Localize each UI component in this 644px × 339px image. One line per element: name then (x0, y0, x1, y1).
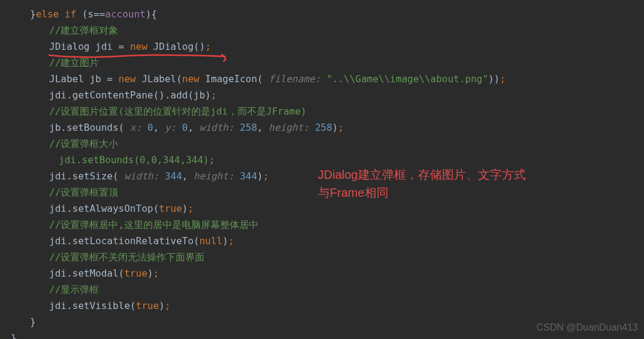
semicolon: ; (338, 122, 344, 133)
boolean: true (159, 203, 182, 214)
code-line: }else if (s==account){ (30, 6, 644, 22)
code-line: //设置弹框大小 (30, 136, 644, 152)
brace: } (30, 316, 36, 328)
code-line: jdi.setVisible(true); (30, 298, 644, 314)
paren-close: ) (148, 268, 154, 279)
keyword-new: new (182, 73, 206, 85)
semicolon: ; (211, 89, 217, 101)
code-line: jdi.setModal(true); (30, 265, 644, 281)
param-hint: x: (124, 122, 148, 133)
comment-class: JFrame (266, 106, 301, 117)
comment: //设置弹框置顶 (49, 187, 118, 198)
comment: //设置弹框大小 (49, 138, 118, 149)
code-line: JDialog jdi = new JDialog(); (30, 38, 644, 55)
comment: //设置图片位置(这里的位置针对的是jdi，而不是 (49, 106, 266, 117)
semicolon: ; (209, 154, 215, 166)
boolean: true (136, 300, 160, 311)
comment: //建立图片 (49, 57, 99, 68)
comment: //建立弹框对象 (49, 25, 118, 36)
number: 258 (315, 122, 332, 133)
annotation-label: JDialog建立弹框，存储图片、文字方式 与Frame相同 (318, 166, 526, 202)
variable: jdi (89, 41, 118, 52)
method-call: jdi.setModal( (49, 268, 124, 279)
number: 344 (165, 170, 182, 182)
method-call: jdi.setSize( (49, 170, 119, 182)
comment: //显示弹框 (49, 284, 99, 295)
variable: jb (84, 73, 107, 85)
annotation-line: 与Frame相同 (318, 186, 389, 199)
semicolon: ; (263, 170, 269, 182)
variable-account: account (105, 8, 145, 20)
code-line: jdi.getContentPane().add(jb); (30, 87, 644, 103)
comma: , (182, 170, 188, 182)
code-line: //建立图片 (30, 55, 644, 71)
comment: //设置弹框居中,这里的居中是电脑屏幕整体居中 (49, 219, 258, 230)
code-line: //设置图片位置(这里的位置针对的是jdi，而不是JFrame) (30, 103, 644, 119)
paren-close: ) (159, 300, 165, 311)
constructor: ImageIcon( (205, 73, 263, 85)
comment: //设置弹框不关闭无法操作下面界面 (49, 251, 204, 263)
method-call: jb.setBounds( (49, 122, 124, 133)
number: 258 (240, 122, 257, 133)
method-call: jdi.setVisible( (49, 300, 136, 311)
comma: , (153, 122, 159, 133)
brace: } (30, 8, 36, 20)
paren-close: ) (182, 203, 188, 214)
paren-close: ) (257, 170, 263, 182)
semicolon: ; (188, 203, 194, 214)
constructor: JLabel( (142, 73, 182, 85)
code-line: JLabel jb = new JLabel(new ImageIcon( fi… (30, 71, 644, 87)
param-hint: filename: (263, 73, 326, 85)
semicolon: ; (153, 268, 159, 279)
number: 0 (148, 122, 154, 133)
condition-close: ){ (146, 8, 157, 20)
param-hint: width: (119, 170, 165, 182)
annotation-line: JDialog建立弹框，存储图片、文字方式 (318, 168, 526, 181)
keyword-new: new (124, 41, 153, 52)
code-line: //设置弹框居中,这里的居中是电脑屏幕整体居中 (30, 217, 644, 233)
param-hint: height: (263, 122, 315, 133)
code-line: jb.setBounds( x: 0, y: 0, width: 258, he… (30, 119, 644, 136)
type: JLabel (49, 73, 84, 85)
code-line: //建立弹框对象 (30, 22, 644, 38)
brace: } (11, 332, 17, 339)
operator: = (107, 73, 113, 85)
param-hint: height: (188, 170, 240, 182)
semicolon: ; (499, 73, 505, 85)
semicolon: ; (205, 41, 211, 52)
method-call: jdi.getContentPane().add(jb) (49, 89, 211, 101)
semicolon: ; (228, 235, 234, 247)
comment: ) (301, 106, 307, 117)
number: 344 (240, 170, 257, 182)
condition-open: (s== (76, 8, 105, 20)
constructor: JDialog() (153, 41, 205, 52)
string-literal: "..\\Game\\image\\about.png" (326, 73, 488, 85)
code-line: //设置弹框不关闭无法操作下面界面 (30, 249, 644, 265)
type: JDialog (49, 41, 89, 52)
keyword-else-if: else if (36, 8, 76, 20)
number: 0 (182, 122, 188, 133)
code-line: jdi.setAlwaysOnTop(true); (30, 200, 644, 217)
method-call: jdi.setAlwaysOnTop( (49, 203, 159, 214)
unused-call: jdi.setBounds(0,0,344,344) (59, 154, 209, 166)
param-hint: width: (194, 122, 240, 133)
code-line: //显示弹框 (30, 281, 644, 298)
code-line: jdi.setLocationRelativeTo(null); (30, 233, 644, 249)
keyword-new: new (113, 73, 142, 85)
comma: , (188, 122, 194, 133)
paren-close: ) (332, 122, 338, 133)
method-call: jdi.setLocationRelativeTo( (49, 235, 199, 247)
operator: = (119, 41, 125, 52)
boolean: true (124, 268, 148, 279)
null: null (199, 235, 222, 247)
watermark: CSDN @DuanDuan413 (537, 319, 638, 335)
param-hint: y: (159, 122, 182, 133)
paren-close: )) (488, 73, 499, 85)
paren-close: ) (222, 235, 228, 247)
semicolon: ; (165, 300, 171, 311)
